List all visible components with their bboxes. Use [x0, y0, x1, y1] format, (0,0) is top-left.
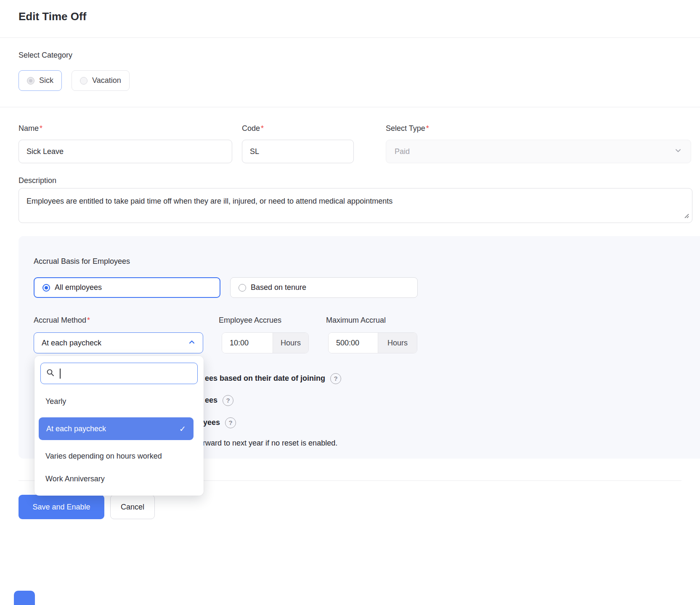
radio-unselected-icon [239, 284, 246, 292]
covered-option-row: yees ? [203, 417, 236, 428]
code-input[interactable] [242, 140, 354, 163]
required-asterisk: * [40, 124, 42, 133]
dropdown-option-yearly[interactable]: Yearly [34, 391, 204, 411]
employee-accrues-label: Employee Accrues [219, 316, 281, 325]
chevron-up-icon [188, 338, 196, 348]
dropdown-option-label: At each paycheck [46, 425, 106, 433]
basis-chip-based-on-tenure[interactable]: Based on tenure [230, 277, 418, 298]
basis-chip-label: Based on tenure [251, 283, 306, 292]
search-icon [46, 368, 55, 379]
header-divider [0, 37, 700, 38]
dropdown-option-varies-depending-on-hours-worked[interactable]: Varies depending on hours worked [34, 446, 204, 466]
dropdown-option-at-each-paycheck[interactable]: At each paycheck ✓ [39, 417, 194, 440]
accrual-method-value: At each paycheck [42, 339, 101, 348]
radio-unselected-icon [80, 77, 88, 85]
code-label: Code* [242, 124, 264, 133]
select-category-label: Select Category [19, 51, 72, 60]
help-icon[interactable]: ? [330, 373, 341, 384]
maximum-accrual-unit: Hours [378, 333, 417, 353]
employee-accrues-unit: Hours [273, 333, 308, 353]
category-chip-sick[interactable]: Sick [19, 70, 62, 91]
page-title: Edit Time Off [19, 10, 86, 23]
basis-chip-label: All employees [55, 283, 102, 292]
resize-handle-icon[interactable] [684, 212, 689, 220]
maximum-accrual-label: Maximum Accrual [326, 316, 386, 325]
dropdown-option-work-anniversary[interactable]: Work Anniversary [34, 469, 204, 489]
dropdown-search-input[interactable] [40, 363, 198, 384]
covered-option-row: ees based on their date of joining ? [205, 373, 341, 384]
cancel-button[interactable]: Cancel [110, 495, 155, 519]
section-divider [0, 107, 700, 107]
employee-accrues-input[interactable]: 10:00 [222, 333, 273, 353]
employee-accrues-group: 10:00 Hours [222, 332, 309, 353]
required-asterisk: * [426, 124, 429, 133]
text-cursor [60, 369, 61, 379]
maximum-accrual-input[interactable]: 500:00 [329, 333, 378, 353]
accrual-method-select[interactable]: At each paycheck [34, 332, 203, 353]
help-icon[interactable]: ? [225, 417, 236, 428]
accrual-method-label: Accrual Method* [34, 316, 90, 325]
edit-time-off-page: Edit Time Off Select Category Sick Vacat… [0, 0, 700, 605]
description-textarea[interactable]: Employees are entitled to take paid time… [19, 188, 692, 223]
type-select-value: Paid [395, 147, 410, 156]
select-type-label: Select Type* [386, 124, 429, 133]
category-chip-vacation[interactable]: Vacation [72, 70, 130, 91]
covered-note-row: rward to next year if no reset is enable… [203, 438, 337, 449]
name-input[interactable] [19, 140, 232, 163]
help-icon[interactable]: ? [223, 395, 233, 406]
type-select[interactable]: Paid [386, 140, 691, 163]
required-asterisk: * [261, 124, 264, 133]
accrual-basis-label: Accrual Basis for Employees [34, 257, 130, 266]
check-icon: ✓ [179, 424, 186, 434]
maximum-accrual-group: 500:00 Hours [328, 332, 417, 353]
description-field-wrap: Employees are entitled to take paid time… [19, 188, 692, 223]
required-asterisk: * [87, 316, 90, 324]
basis-chip-all-employees[interactable]: All employees [34, 277, 220, 298]
chevron-down-icon [674, 146, 682, 157]
description-label: Description [19, 176, 56, 185]
category-chip-label: Vacation [92, 76, 121, 85]
radio-selected-icon [42, 284, 50, 292]
radio-selected-icon [27, 77, 34, 85]
category-chip-label: Sick [39, 76, 53, 85]
save-and-enable-button[interactable]: Save and Enable [19, 495, 104, 519]
covered-option-row: ees ? [205, 395, 233, 406]
name-label: Name* [19, 124, 42, 133]
accrual-method-dropdown: Yearly At each paycheck ✓ Varies dependi… [34, 356, 204, 496]
chat-widget-button[interactable] [14, 591, 35, 605]
